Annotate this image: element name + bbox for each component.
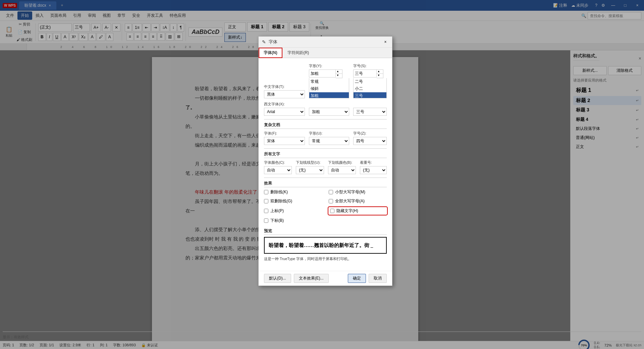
chinese-font-select[interactable]: 黑体 宋体 微软雅黑	[264, 90, 305, 98]
complex-style-col: 字形(U): 常规 加粗	[309, 131, 349, 145]
font-size-up[interactable]: ▲	[377, 70, 383, 74]
preview-text: 盼望着，盼望着……翘首以盼的新年近了。街 _	[269, 242, 373, 249]
divider-2	[264, 148, 387, 149]
emphasis-select[interactable]: (无)	[360, 166, 387, 174]
dialog-overlay: ✎ 字体 × 字体(N) 字符间距(R) 中文字体(T): 黑体 宋	[0, 0, 644, 349]
western-style-col: 加粗 常规	[309, 102, 349, 116]
tab-char-spacing-label: 字符间距(R)	[287, 50, 309, 55]
effect-all-caps: 全部大写字母(A)	[329, 198, 387, 204]
underline-color-label: 下划线颜色(B):	[328, 160, 356, 165]
style-regular[interactable]: 常规	[309, 78, 349, 85]
font-style-col: 字形(Y): ▲ ▼ 常规 倾斜 加粗	[309, 63, 349, 98]
effect-subscript: 下标(B)	[264, 218, 322, 223]
default-btn[interactable]: 默认(D)...	[264, 274, 291, 283]
emphasis-label: 着重号:	[360, 160, 387, 165]
underline-label: 下划线线型(U):	[296, 160, 324, 165]
complex-font-title: 复杂文档	[264, 122, 387, 129]
effects-title: 效果	[264, 181, 387, 187]
western-font-col: 西文字体(X): Arial Times New Roman	[264, 102, 305, 116]
complex-style-select[interactable]: 常规 加粗	[309, 137, 349, 145]
tab-char-spacing[interactable]: 字符间距(R)	[282, 48, 314, 58]
size-erner[interactable]: 二号	[354, 78, 386, 85]
effect-hidden: 隐藏文字(H)	[329, 207, 387, 214]
font-style-input[interactable]	[309, 69, 336, 78]
cancel-btn[interactable]: 取消	[369, 274, 387, 283]
effects-grid: 删除线(K) 小型大写字母(M) 双删除线(G) 全部大写字母(A) 上标(P)	[264, 189, 387, 226]
font-size-input-dialog[interactable]	[353, 69, 377, 78]
chinese-font-row: 中文字体(T): 黑体 宋体 微软雅黑 字形(Y): ▲ ▼	[264, 63, 387, 98]
complex-size-select[interactable]: 四号 三号	[353, 137, 387, 145]
dialog-close-btn[interactable]: ×	[382, 39, 389, 45]
double-strike-label: 双删除线(G)	[270, 198, 292, 204]
divider-1	[264, 119, 387, 119]
effect-small-caps: 小型大写字母(M)	[329, 189, 387, 195]
double-strike-checkbox[interactable]	[264, 199, 268, 203]
dialog-body: 中文字体(T): 黑体 宋体 微软雅黑 字形(Y): ▲ ▼	[259, 58, 392, 271]
complex-font-col: 字体(F): 宋体	[264, 131, 305, 145]
color-row: 字体颜色(C): 自动 下划线线型(U): (无) 单线 下划线颜色(B): 自…	[264, 160, 387, 174]
western-style-select[interactable]: 加粗 常规	[309, 108, 349, 116]
hidden-text-label: 隐藏文字(H)	[336, 208, 358, 214]
ok-btn[interactable]: 确定	[348, 274, 366, 283]
footer-right-buttons: 确定 取消	[348, 274, 387, 283]
dialog-titlebar: ✎ 字体 ×	[259, 37, 392, 48]
superscript-label: 上标(P)	[270, 208, 284, 214]
font-style-up[interactable]: ▲	[336, 70, 342, 74]
strikethrough-checkbox[interactable]	[264, 190, 268, 194]
dialog-title-label: 字体	[269, 39, 277, 45]
underline-col: 下划线线型(U): (无) 单线	[296, 160, 324, 174]
chinese-font-label: 中文字体(T):	[264, 84, 305, 89]
underline-color-col: 下划线颜色(B): 自动	[328, 160, 356, 174]
dialog-title-text: ✎ 字体	[262, 39, 277, 45]
preview-box: 盼望着，盼望着……翘首以盼的新年近了。街 _	[264, 237, 387, 254]
dialog-tabs: 字体(N) 字符间距(R)	[259, 48, 392, 58]
all-text-title: 所有文字	[264, 151, 387, 158]
truetype-note: 这是一种 TrueType 字体，同时适用于屏幕和打印机。	[264, 256, 387, 261]
font-color-col: 字体颜色(C): 自动	[264, 160, 292, 174]
effect-superscript: 上标(P)	[264, 207, 322, 214]
western-font-select[interactable]: Arial Times New Roman	[264, 108, 305, 116]
complex-font-row: 字体(F): 宋体 字形(U): 常规 加粗 字号(Z): 四号	[264, 131, 387, 145]
emphasis-col: 着重号: (无)	[360, 160, 387, 174]
complex-font-label: 字体(F):	[264, 131, 305, 136]
preview-title: 预览	[264, 228, 387, 235]
effect-strikethrough: 删除线(K)	[264, 189, 322, 195]
chinese-font-col: 中文字体(T): 黑体 宋体 微软雅黑	[264, 84, 305, 98]
size-xiaoe[interactable]: 小二	[354, 85, 386, 92]
style-bold[interactable]: 加粗	[309, 92, 349, 98]
complex-size-col: 字号(Z): 四号 三号	[353, 131, 387, 145]
font-style-label: 字形(Y):	[309, 63, 349, 68]
complex-font-select[interactable]: 宋体	[264, 137, 305, 145]
font-size-list[interactable]: 二号 小二 三号	[353, 78, 387, 98]
all-caps-checkbox[interactable]	[329, 199, 333, 203]
font-size-down[interactable]: ▼	[377, 74, 383, 78]
all-caps-label: 全部大写字母(A)	[335, 198, 365, 204]
small-caps-label: 小型大写字母(M)	[335, 189, 365, 195]
strikethrough-label: 删除线(K)	[270, 189, 288, 195]
font-icon: ✎	[262, 39, 266, 45]
effect-double-strike: 双删除线(G)	[264, 198, 322, 204]
font-style-list[interactable]: 常规 倾斜 加粗	[309, 78, 349, 98]
underline-select[interactable]: (无) 单线	[296, 166, 324, 174]
underline-color-select[interactable]: 自动	[328, 166, 356, 174]
dialog-footer: 默认(D)... 文本效果(E)... 确定 取消	[259, 271, 392, 286]
western-size-col: 三号 四号	[353, 102, 387, 116]
font-size-col: 字号(S): ▲ ▼ 二号 小二 三号	[353, 63, 387, 98]
subscript-checkbox[interactable]	[264, 218, 268, 223]
superscript-checkbox[interactable]	[264, 209, 268, 213]
font-dialog: ✎ 字体 × 字体(N) 字符间距(R) 中文字体(T): 黑体 宋	[258, 36, 392, 286]
small-caps-checkbox[interactable]	[329, 190, 333, 194]
font-style-down[interactable]: ▼	[336, 74, 342, 78]
divider-3	[264, 178, 387, 178]
size-sanhao[interactable]: 三号	[354, 92, 386, 98]
hidden-text-checkbox[interactable]	[330, 209, 334, 213]
complex-style-label: 字形(U):	[309, 131, 349, 136]
tab-font[interactable]: 字体(N)	[259, 48, 282, 58]
text-effect-btn[interactable]: 文本效果(E)...	[294, 274, 329, 283]
subscript-label: 下标(B)	[270, 218, 284, 223]
western-size-select[interactable]: 三号 四号	[353, 108, 387, 116]
font-color-label: 字体颜色(C):	[264, 160, 292, 165]
style-italic[interactable]: 倾斜	[309, 85, 349, 92]
western-font-label: 西文字体(X):	[264, 102, 305, 107]
font-color-select[interactable]: 自动	[264, 166, 292, 174]
